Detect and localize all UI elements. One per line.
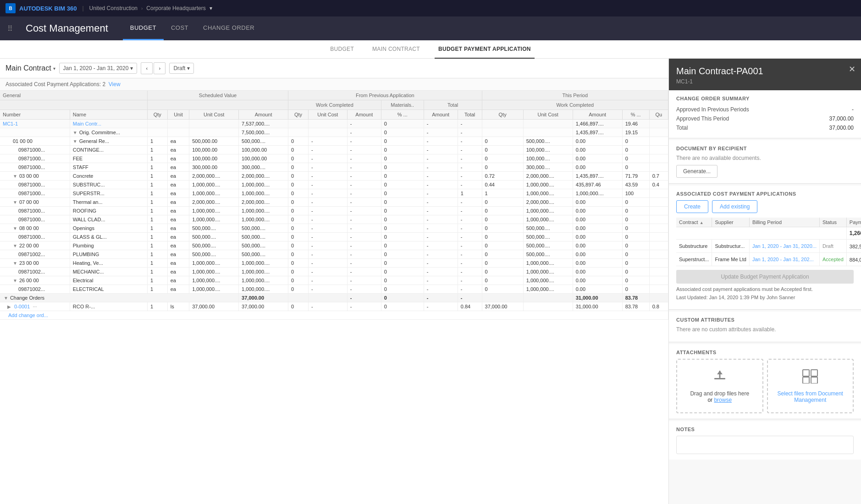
table-row: ▼08 00 00 Openings 1ea500,000....500,000…: [0, 224, 668, 233]
drop-text: Drag and drop files here: [690, 390, 749, 397]
cell-co-amount3: 31,000.00: [573, 294, 622, 302]
col-sub-work: Work Completed: [288, 100, 381, 110]
acpa-contract-2: Superstruct...: [676, 253, 712, 266]
co-label-2: Approved This Period: [676, 115, 729, 122]
co-value-1: -: [852, 106, 854, 113]
acpa-col-payment[interactable]: Payment Requested: [846, 218, 861, 227]
notes-title: NOTES: [676, 427, 854, 432]
table-row: 09871000... WALL CLAD... 1ea1,000,000...…: [0, 215, 668, 224]
upload-icon: [712, 369, 727, 387]
panel-subtitle: MC1-1: [676, 78, 854, 85]
table-row: 09871000... SUBSTRUC... 1ea1,000,000....…: [0, 181, 668, 189]
table-container[interactable]: General Scheduled Value From Previous Ap…: [0, 91, 668, 504]
cell-amt2: -: [347, 120, 381, 128]
col-unitcost: Unit Cost: [189, 110, 239, 120]
table-row: ▼26 00 00 Electrical 1ea1,000,000....1,0…: [0, 276, 668, 285]
tab-maincontract[interactable]: MAIN CONTRACT: [369, 40, 424, 59]
acpa-col-supplier[interactable]: Supplier: [712, 218, 749, 227]
prev-period-btn[interactable]: ‹: [141, 62, 153, 74]
cell-name: Plumbing: [70, 241, 147, 250]
co-label-1: Approved In Previous Periods: [676, 106, 749, 113]
main-layout: Main Contract ▾ Jan 1, 2020 - Jan 31, 20…: [0, 59, 861, 504]
cell-number: MC1-1: [0, 120, 70, 128]
nav-budget[interactable]: BUDGET: [123, 16, 164, 40]
cell-co-amount: 37,000.00: [239, 294, 288, 302]
toolbar: Main Contract ▾ Jan 1, 2020 - Jan 31, 20…: [0, 59, 668, 78]
cell-amt3: 1,466,897....: [573, 120, 622, 128]
cell-number: 09871000...: [0, 207, 70, 215]
cell-unit: [167, 120, 189, 128]
contract-selector[interactable]: Main Contract ▾: [6, 64, 55, 72]
svg-rect-0: [714, 378, 725, 379]
doc-mgmt-zone[interactable]: Select files from Document Management: [767, 359, 854, 413]
acpa-col-contract[interactable]: Contract ▲: [676, 218, 712, 227]
doc-no-data: There are no available documents.: [676, 155, 854, 161]
brand-label: AUTODESK BIM 360: [19, 5, 77, 12]
cell-uc2: [308, 120, 347, 128]
cell-co-pct3: 83.78: [622, 294, 649, 302]
notes-input-area[interactable]: [676, 436, 854, 454]
acpa-row-2: Superstruct... Frame Me Ltd Jan 1, 2020 …: [676, 253, 861, 266]
table-row: 09871002... PLUMBING 1ea500,000....500,0…: [0, 250, 668, 259]
right-panel: Main Contract-PA001 MC1-1 ✕ CHANGE ORDER…: [668, 59, 861, 504]
cell-total: -: [458, 120, 482, 128]
col-unitcost3: Unit Cost: [523, 110, 573, 120]
cell-rco-name: RCO R-...: [70, 302, 147, 311]
acpa-col-billing[interactable]: Billing Period: [749, 218, 819, 227]
status-selector[interactable]: Draft ▾: [169, 63, 194, 74]
add-change-order-link[interactable]: Add change ord...: [3, 311, 54, 320]
date-selector[interactable]: Jan 1, 2020 - Jan 31, 2020 ▾: [59, 63, 138, 74]
co-value-3: 37,000.00: [829, 125, 854, 131]
acpa-col-status[interactable]: Status: [819, 218, 846, 227]
cell-number: 09871002...: [0, 250, 70, 259]
cell-name: Concrete: [70, 172, 147, 181]
attachments-section: ATTACHMENTS Drag and drop files here or …: [669, 344, 861, 419]
mc1-link[interactable]: MC1-1: [3, 121, 18, 126]
co-summary-row-3: Total 37,000.00: [676, 123, 854, 132]
col-sub-mat: Materials..: [381, 100, 424, 110]
nav-changeorder[interactable]: CHANGE ORDER: [196, 16, 262, 40]
date-caret: ▾: [130, 65, 133, 71]
co-summary-row-1: Approved In Previous Periods -: [676, 105, 854, 114]
contract-label: Main Contract: [6, 64, 51, 72]
acpa-supplier-2: Frame Me Ltd: [712, 253, 749, 266]
view-link[interactable]: View: [109, 81, 121, 88]
nav-separator: |: [82, 5, 83, 11]
acpa-payment-2: 884,000.00 ···: [846, 253, 861, 266]
add-existing-btn[interactable]: Add existing: [712, 200, 757, 213]
cell-name: STAFF: [70, 163, 147, 172]
browse-link[interactable]: browse: [714, 397, 732, 403]
cell-number: ▼07 00 00: [0, 198, 70, 207]
project-label[interactable]: Corporate Headquarters: [146, 5, 205, 11]
doc-mgmt-link[interactable]: Select files from Document Management: [773, 390, 849, 403]
col-unitcost2: Unit Cost: [308, 110, 347, 120]
acpa-billing-2[interactable]: Jan 1, 2020 - Jan 31, 202...: [749, 253, 819, 266]
create-cpa-btn[interactable]: Create: [676, 200, 708, 213]
col-qu: Qu: [649, 110, 668, 120]
grid-icon[interactable]: ⠿: [7, 24, 13, 33]
cell-name: MECHANIC...: [70, 268, 147, 276]
cell-qty: [147, 120, 167, 128]
doc-recipient-title: DOCUMENT BY RECIPIENT: [676, 146, 854, 151]
cell-name: SUBSTRUC...: [70, 181, 147, 189]
table-row: 09871000... FEE 1ea100,000.00100,000.00 …: [0, 154, 668, 163]
cell-qty3: [482, 120, 523, 128]
next-period-btn[interactable]: ›: [154, 62, 166, 74]
org-label[interactable]: United Construction: [89, 5, 138, 11]
status-label: Draft: [173, 65, 185, 71]
svg-rect-4: [811, 370, 817, 376]
drop-zone[interactable]: Drag and drop files here or browse: [676, 359, 763, 413]
project-caret[interactable]: ▾: [210, 5, 212, 11]
cell-number: 09871000...: [0, 146, 70, 154]
cell-pct3: 19.46: [622, 120, 649, 128]
cell-name: FEE: [70, 154, 147, 163]
rco-dots-menu[interactable]: ···: [33, 304, 37, 309]
nav-cost[interactable]: COST: [164, 16, 196, 40]
main-nav: BUDGET COST CHANGE ORDER: [123, 16, 262, 40]
generate-btn[interactable]: Generate...: [676, 165, 718, 178]
acpa-billing-1[interactable]: Jan 1, 2020 - Jan 31, 2020...: [749, 240, 819, 253]
close-panel-btn[interactable]: ✕: [849, 64, 855, 74]
tab-budget[interactable]: BUDGET: [326, 40, 358, 59]
cell-co-label: ▼Change Orders: [0, 294, 239, 302]
tab-budgetpayment[interactable]: BUDGET PAYMENT APPLICATION: [435, 40, 535, 59]
